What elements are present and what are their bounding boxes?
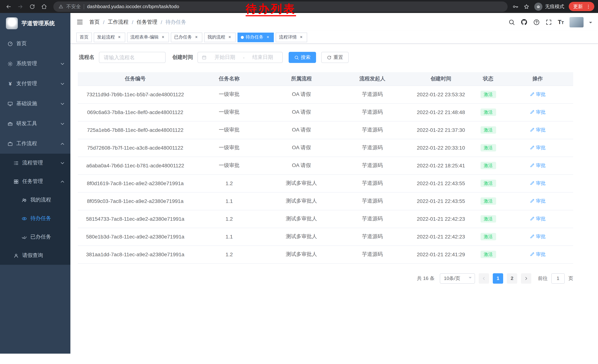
approve-link[interactable]: 审批 bbox=[530, 162, 546, 169]
table-header-row: 任务编号 任务名称 所属流程 流程发起人 创建时间 状态 操作 bbox=[78, 72, 573, 86]
tab-start-process[interactable]: 发起流程× bbox=[94, 32, 125, 42]
chevron-down-icon bbox=[469, 277, 472, 280]
avatar[interactable] bbox=[569, 17, 583, 27]
sidebar-item-leave-query[interactable]: 请假查询 bbox=[0, 246, 70, 265]
approve-link[interactable]: 审批 bbox=[530, 127, 546, 133]
edit-icon bbox=[530, 181, 534, 186]
tab-home[interactable]: 首页 bbox=[76, 32, 92, 42]
key-icon[interactable] bbox=[512, 3, 519, 10]
close-icon[interactable]: × bbox=[194, 35, 199, 40]
sidebar-item-infra[interactable]: 基础设施 bbox=[0, 94, 70, 114]
date-range-picker[interactable]: 开始日期 - 结束日期 bbox=[198, 52, 283, 63]
browser-chrome: 不安全 dashboard.yudao.iocoder.cn/bpm/task/… bbox=[0, 0, 598, 13]
page-header: 首页 / 工作流程 / 任务管理 / 待办任务 TT bbox=[70, 13, 598, 31]
cell-actions: 审批 bbox=[502, 157, 573, 174]
fullscreen-icon[interactable] bbox=[546, 19, 552, 25]
page-button-1[interactable]: 1 bbox=[493, 273, 503, 283]
bookmark-star-icon[interactable] bbox=[523, 3, 530, 10]
chevron-down-icon bbox=[60, 61, 65, 66]
approve-link[interactable]: 审批 bbox=[530, 198, 546, 204]
table-row: 8f0d1619-7ac8-11ec-a9e2-a2380e71991a 1.2… bbox=[78, 174, 573, 192]
page-size-value: 10条/页 bbox=[444, 275, 460, 282]
tab-label: 我的流程 bbox=[208, 34, 225, 40]
sidebar-item-task-mgmt[interactable]: 任务管理 bbox=[0, 172, 70, 191]
approve-link[interactable]: 审批 bbox=[530, 91, 546, 98]
goto-page-input[interactable] bbox=[551, 273, 565, 283]
close-icon[interactable]: × bbox=[227, 35, 232, 40]
back-arrow-icon bbox=[6, 4, 11, 9]
page-button-2[interactable]: 2 bbox=[507, 273, 517, 283]
back-button[interactable] bbox=[4, 2, 13, 11]
chrome-actions: 无痕模式 更新 bbox=[512, 2, 594, 11]
search-icon[interactable] bbox=[508, 19, 515, 25]
list-icon bbox=[13, 160, 19, 166]
avatar-caret-icon[interactable] bbox=[589, 22, 592, 25]
tab-done-task[interactable]: 已办任务× bbox=[171, 32, 202, 42]
menu-dots-icon[interactable] bbox=[586, 4, 591, 9]
sidebar-item-devtools[interactable]: 研发工具 bbox=[0, 114, 70, 134]
cell-actions: 审批 bbox=[502, 174, 573, 192]
tab-my-process[interactable]: 我的流程× bbox=[204, 32, 236, 42]
close-icon[interactable]: × bbox=[160, 35, 166, 40]
close-icon[interactable]: × bbox=[117, 35, 122, 40]
font-size-icon[interactable]: TT bbox=[558, 19, 564, 25]
approve-link[interactable]: 审批 bbox=[530, 251, 546, 258]
close-icon[interactable]: × bbox=[265, 35, 270, 40]
people-icon bbox=[22, 197, 27, 203]
app-logo[interactable]: 芋道管理系统 bbox=[0, 13, 70, 34]
tab-process-detail[interactable]: 流程详情× bbox=[276, 32, 307, 42]
sidebar-item-workflow[interactable]: 工作流程 bbox=[0, 134, 70, 154]
reset-button[interactable]: 重置 bbox=[321, 52, 349, 63]
sidebar-item-done-task[interactable]: 已办任务 bbox=[0, 228, 70, 246]
cell-actions: 审批 bbox=[502, 86, 573, 103]
incognito-badge: 无痕模式 bbox=[534, 2, 564, 11]
search-button[interactable]: 搜索 bbox=[289, 52, 316, 63]
approve-link[interactable]: 审批 bbox=[530, 216, 546, 222]
github-icon[interactable] bbox=[521, 18, 528, 25]
breadcrumb-workflow[interactable]: 工作流程 bbox=[108, 19, 129, 25]
prev-page-button[interactable] bbox=[479, 273, 489, 283]
cell-status: 激活 bbox=[474, 157, 502, 174]
sidebar-item-my-process[interactable]: 我的流程 bbox=[0, 191, 70, 209]
sidebar-item-home[interactable]: 首页 bbox=[0, 34, 70, 54]
refresh-icon bbox=[327, 55, 332, 60]
approve-label: 审批 bbox=[536, 91, 546, 98]
close-icon[interactable]: × bbox=[299, 35, 304, 40]
page-size-select[interactable]: 10条/页 bbox=[440, 273, 475, 283]
cell-actions: 审批 bbox=[502, 228, 573, 245]
tags-view: 首页 发起流程× 流程表单-编辑× 已办任务× 我的流程× 待办任务× 流程详情… bbox=[70, 31, 598, 44]
refresh-icon bbox=[29, 4, 35, 9]
cell-status: 激活 bbox=[474, 174, 502, 192]
approve-link[interactable]: 审批 bbox=[530, 233, 546, 240]
help-icon[interactable] bbox=[533, 19, 540, 25]
next-page-button[interactable] bbox=[521, 273, 531, 283]
tab-todo-task[interactable]: 待办任务× bbox=[238, 32, 274, 42]
app-frame: 芋道管理系统 首页 系统管理 ¥ 支付管理 基础设施 bbox=[0, 13, 598, 354]
active-dot bbox=[241, 36, 244, 39]
update-button[interactable]: 更新 bbox=[569, 2, 594, 11]
cell-task-name: 一级审批 bbox=[193, 121, 266, 139]
table-row: 381aa1dd-7ac8-11ec-a9e2-a2380e71991a 1.2… bbox=[78, 245, 573, 263]
refresh-button[interactable] bbox=[27, 2, 37, 11]
approve-link[interactable]: 审批 bbox=[530, 145, 546, 151]
approve-link[interactable]: 审批 bbox=[530, 109, 546, 115]
breadcrumb-task-mgmt[interactable]: 任务管理 bbox=[137, 19, 158, 25]
home-button[interactable] bbox=[39, 2, 49, 11]
col-initiator: 流程发起人 bbox=[337, 72, 407, 86]
sidebar-item-system[interactable]: 系统管理 bbox=[0, 54, 70, 74]
sidebar-toggle-icon[interactable] bbox=[76, 18, 83, 25]
process-name-input[interactable] bbox=[99, 52, 166, 63]
sidebar-item-process-mgmt[interactable]: 流程管理 bbox=[0, 154, 70, 172]
sidebar-item-payment[interactable]: ¥ 支付管理 bbox=[0, 74, 70, 94]
tab-form-edit[interactable]: 流程表单-编辑× bbox=[127, 32, 169, 42]
forward-button[interactable] bbox=[16, 2, 25, 11]
range-separator: - bbox=[243, 54, 245, 60]
edit-icon bbox=[530, 128, 534, 132]
table-row: a6aba0a4-7b6d-11ec-b781-acde48001122 一级审… bbox=[78, 157, 573, 174]
edit-icon bbox=[530, 252, 534, 257]
sidebar-item-todo-task[interactable]: 待办任务 bbox=[0, 209, 70, 228]
approve-link[interactable]: 审批 bbox=[530, 180, 546, 187]
grid-icon bbox=[13, 179, 19, 184]
breadcrumb-home[interactable]: 首页 bbox=[89, 19, 100, 25]
cell-status: 激活 bbox=[474, 245, 502, 263]
